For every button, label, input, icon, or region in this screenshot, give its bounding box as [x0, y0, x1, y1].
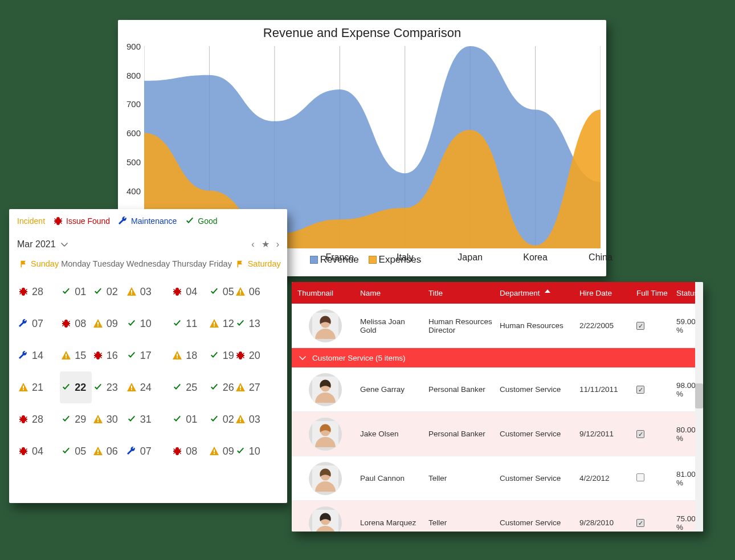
day-number: 07	[140, 445, 152, 457]
day-number: 28	[32, 286, 43, 298]
day-number: 12	[223, 318, 234, 330]
check-icon	[61, 287, 71, 297]
scrollbar-thumb[interactable]	[695, 383, 703, 408]
calendar-day[interactable]: 10	[234, 435, 282, 467]
cell-full-time[interactable]	[633, 518, 673, 528]
calendar-day[interactable]: 31	[125, 403, 171, 435]
calendar-day[interactable]: 02	[208, 403, 234, 435]
day-header: Sunday	[17, 255, 60, 276]
month-selector[interactable]: Mar 2021	[17, 239, 70, 250]
wrench-icon	[126, 446, 137, 456]
calendar-day[interactable]: 05	[208, 276, 234, 308]
warning-icon	[209, 446, 219, 456]
warning-icon	[93, 446, 103, 456]
table-row[interactable]: Gene GarrayPersonal BankerCustomer Servi…	[292, 367, 703, 412]
calendar-day[interactable]: 13	[234, 308, 282, 340]
calendar-day[interactable]: 01	[60, 276, 92, 308]
calendar-day[interactable]: 16	[92, 340, 125, 371]
checkbox[interactable]	[636, 386, 644, 394]
warning-icon	[93, 318, 103, 329]
calendar-day[interactable]: 10	[125, 308, 171, 340]
calendar-day[interactable]: 02	[92, 276, 125, 308]
calendar-day[interactable]: 24	[125, 371, 171, 403]
calendar-day[interactable]: 09	[92, 308, 125, 340]
calendar-day[interactable]: 30	[92, 403, 125, 435]
check-icon	[172, 382, 182, 393]
bug-icon	[18, 287, 28, 297]
calendar-day[interactable]: 09	[208, 435, 234, 467]
checkbox[interactable]	[636, 519, 644, 527]
col-title[interactable]: Title	[425, 289, 496, 297]
calendar-day[interactable]: 19	[208, 340, 234, 371]
calendar-day[interactable]: 18	[171, 340, 207, 371]
bug-icon	[61, 318, 71, 329]
calendar-day[interactable]: 04	[171, 276, 207, 308]
table-row[interactable]: Jake OlsenPersonal BankerCustomer Servic…	[292, 412, 703, 456]
check-icon	[209, 287, 219, 297]
col-full-time[interactable]: Full Time	[633, 289, 673, 297]
calendar-day[interactable]: 01	[171, 403, 207, 435]
calendar-day[interactable]: 15	[60, 340, 92, 371]
calendar-day[interactable]: 28	[17, 276, 60, 308]
col-thumbnail[interactable]: Thumbnail	[294, 289, 357, 297]
day-number: 10	[140, 318, 152, 330]
day-number: 11	[186, 318, 197, 330]
calendar-day[interactable]: 04	[17, 435, 60, 467]
checkbox[interactable]	[636, 473, 644, 481]
calendar-day[interactable]: 07	[125, 435, 171, 467]
calendar-day[interactable]: 28	[17, 403, 60, 435]
cell-full-time[interactable]	[633, 430, 673, 439]
calendar-day[interactable]: 05	[60, 435, 92, 467]
calendar-day[interactable]: 12	[208, 308, 234, 340]
table-row[interactable]: Lorena MarquezTellerCustomer Service9/28…	[292, 501, 703, 532]
warning-icon	[235, 287, 246, 297]
col-name[interactable]: Name	[357, 289, 425, 297]
calendar-day[interactable]: 20	[234, 340, 282, 371]
calendar-day[interactable]: 27	[234, 371, 282, 403]
calendar-day[interactable]: 26	[208, 371, 234, 403]
cell-full-time[interactable]	[633, 385, 673, 394]
cell-full-time[interactable]	[633, 473, 673, 483]
cell-full-time[interactable]	[633, 321, 673, 330]
table-row[interactable]: Melissa Joan GoldHuman Resources Directo…	[292, 304, 703, 348]
day-number: 03	[140, 286, 152, 298]
calendar-day[interactable]: 08	[171, 435, 207, 467]
calendar-day[interactable]: 11	[171, 308, 207, 340]
warning-icon	[93, 414, 103, 424]
calendar-day[interactable]: 08	[60, 308, 92, 340]
col-hire-date[interactable]: Hire Date	[576, 289, 633, 297]
today-button[interactable]: ★	[262, 239, 270, 250]
calendar-day[interactable]: 06	[92, 435, 125, 467]
col-department[interactable]: Department	[496, 288, 576, 298]
checkbox[interactable]	[636, 430, 644, 438]
calendar-day[interactable]: 22	[60, 371, 92, 403]
day-number: 08	[186, 445, 197, 457]
calendar-day[interactable]: 07	[17, 308, 60, 340]
checkbox[interactable]	[636, 322, 644, 330]
cell-hire-date: 9/28/2010	[576, 518, 633, 527]
check-icon	[93, 382, 103, 393]
calendar-day[interactable]: 14	[17, 340, 60, 371]
prev-button[interactable]: ‹	[251, 239, 254, 250]
calendar-day[interactable]: 03	[234, 403, 282, 435]
calendar-day[interactable]: 21	[17, 371, 60, 403]
calendar-day[interactable]: 06	[234, 276, 282, 308]
calendar-nav: ‹ ★ ›	[251, 239, 279, 250]
calendar-day[interactable]: 03	[125, 276, 171, 308]
bug-icon	[53, 216, 63, 226]
day-number: 14	[32, 350, 43, 362]
table-row[interactable]: Paul CannonTellerCustomer Service4/2/201…	[292, 456, 703, 501]
calendar-day[interactable]: 25	[171, 371, 207, 403]
day-number: 04	[186, 286, 197, 298]
cell-name: Lorena Marquez	[357, 518, 425, 527]
calendar-day[interactable]: 23	[92, 371, 125, 403]
x-tick: Japan	[458, 252, 483, 263]
warning-icon	[235, 414, 246, 424]
calendar-day[interactable]: 29	[60, 403, 92, 435]
day-header: Tuesday	[92, 255, 125, 276]
group-row[interactable]: Customer Service (5 items)	[292, 348, 703, 367]
avatar	[309, 309, 342, 342]
calendar-day[interactable]: 17	[125, 340, 171, 371]
bug-icon	[172, 287, 182, 297]
next-button[interactable]: ›	[276, 239, 279, 250]
